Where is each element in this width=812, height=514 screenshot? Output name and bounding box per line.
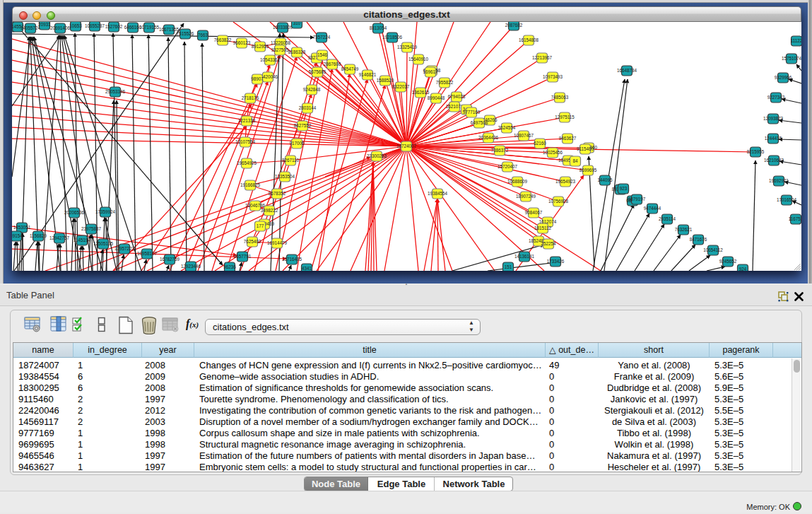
svg-text:1588520: 1588520 <box>377 78 394 83</box>
svg-text:19654925: 19654925 <box>237 160 257 165</box>
svg-text:10025456: 10025456 <box>543 150 563 155</box>
svg-text:10653: 10653 <box>69 23 82 28</box>
svg-text:4341: 4341 <box>302 266 312 271</box>
svg-text:9115460: 9115460 <box>577 146 594 151</box>
svg-text:7955822: 7955822 <box>436 80 454 85</box>
svg-text:19166825: 19166825 <box>240 182 261 187</box>
svg-text:1362615: 1362615 <box>412 90 430 95</box>
svg-text:10688609: 10688609 <box>507 179 528 184</box>
svg-text:2087682: 2087682 <box>505 23 523 28</box>
svg-text:1546: 1546 <box>317 52 328 57</box>
svg-text:6879197: 6879197 <box>628 197 646 201</box>
svg-text:8678352: 8678352 <box>269 191 286 196</box>
svg-text:310: 310 <box>293 22 301 25</box>
svg-text:10046786: 10046786 <box>245 203 266 208</box>
svg-text:17359924: 17359924 <box>95 209 116 214</box>
svg-text:20206536: 20206536 <box>64 210 85 215</box>
svg-text:9227343: 9227343 <box>767 95 785 100</box>
svg-text:9084067: 9084067 <box>525 210 543 215</box>
svg-text:12093873: 12093873 <box>763 116 784 121</box>
svg-text:9245652: 9245652 <box>719 259 737 264</box>
svg-text:177: 177 <box>257 223 264 228</box>
svg-text:9657791: 9657791 <box>234 254 252 259</box>
svg-text:2803144: 2803144 <box>299 105 317 110</box>
svg-text:8454749: 8454749 <box>341 66 359 71</box>
svg-text:1453051: 1453051 <box>13 225 31 230</box>
svg-text:23300283: 23300283 <box>367 153 387 158</box>
svg-text:252254: 252254 <box>541 241 556 246</box>
svg-text:14055724: 14055724 <box>20 25 41 30</box>
svg-text:7625402: 7625402 <box>244 239 261 244</box>
svg-text:16782759: 16782759 <box>160 257 180 262</box>
svg-text:6497508: 6497508 <box>471 120 488 125</box>
svg-text:14136141: 14136141 <box>514 254 535 259</box>
svg-text:8699695: 8699695 <box>579 168 597 173</box>
svg-text:96236: 96236 <box>223 264 236 269</box>
svg-text:15640910: 15640910 <box>408 57 429 62</box>
svg-text:5675685: 5675685 <box>309 69 326 74</box>
svg-text:16033809: 16033809 <box>273 25 293 30</box>
svg-text:7632621: 7632621 <box>675 227 693 232</box>
svg-text:10807467: 10807467 <box>514 133 534 138</box>
svg-text:9463627: 9463627 <box>559 136 577 141</box>
svg-text:10543362: 10543362 <box>260 57 281 62</box>
svg-text:924: 924 <box>739 267 747 271</box>
svg-text:29053346: 29053346 <box>105 89 126 94</box>
svg-text:8471676: 8471676 <box>690 237 707 242</box>
svg-text:8267110: 8267110 <box>282 158 300 163</box>
svg-text:20364436: 20364436 <box>478 135 499 140</box>
svg-text:8215955: 8215955 <box>747 149 765 154</box>
svg-text:169617: 169617 <box>423 69 438 74</box>
svg-text:1733426: 1733426 <box>547 259 565 264</box>
svg-text:8990448: 8990448 <box>428 95 445 100</box>
svg-text:10973493: 10973493 <box>543 74 563 79</box>
svg-text:7485063: 7485063 <box>551 95 569 100</box>
svg-text:2867608: 2867608 <box>324 62 341 66</box>
svg-text:8186328: 8186328 <box>288 49 306 54</box>
svg-text:12942757: 12942757 <box>49 235 70 240</box>
svg-text:1244415: 1244415 <box>765 136 782 141</box>
svg-text:13353504: 13353504 <box>275 174 295 179</box>
svg-text:9146821: 9146821 <box>359 72 377 77</box>
svg-text:12213967: 12213967 <box>532 55 553 60</box>
svg-text:15751074: 15751074 <box>782 56 801 61</box>
svg-text:917006: 917006 <box>289 141 305 146</box>
svg-text:9327505: 9327505 <box>271 47 289 52</box>
svg-text:12923446: 12923446 <box>181 264 201 269</box>
svg-text:15720407: 15720407 <box>498 164 518 169</box>
svg-text:9474444: 9474444 <box>644 206 661 211</box>
svg-text:9242848: 9242848 <box>303 87 321 92</box>
svg-text:7515526: 7515526 <box>177 31 194 36</box>
svg-text:84: 84 <box>572 158 578 163</box>
svg-text:13226058: 13226058 <box>271 40 291 45</box>
svg-text:2935114: 2935114 <box>659 216 676 221</box>
svg-text:10655287: 10655287 <box>85 23 105 28</box>
svg-text:144095: 144095 <box>597 177 613 182</box>
svg-text:151: 151 <box>505 264 512 269</box>
svg-text:1145194: 1145194 <box>73 238 91 243</box>
svg-text:10756928: 10756928 <box>548 199 569 204</box>
svg-text:1221338: 1221338 <box>238 118 256 123</box>
svg-text:923: 923 <box>620 186 628 191</box>
svg-text:16648784: 16648784 <box>617 68 637 73</box>
svg-text:19654923: 19654923 <box>555 179 576 184</box>
svg-text:19384554: 19384554 <box>428 191 448 196</box>
svg-text:8427552: 8427552 <box>294 123 312 128</box>
svg-text:1156829: 1156829 <box>30 233 47 238</box>
svg-text:9329966: 9329966 <box>775 75 792 80</box>
svg-text:8813054: 8813054 <box>370 25 387 30</box>
svg-text:10107554: 10107554 <box>235 139 256 144</box>
svg-text:18724007: 18724007 <box>396 144 417 148</box>
svg-text:7663822: 7663822 <box>214 37 232 42</box>
svg-text:17016504: 17016504 <box>777 197 797 202</box>
svg-text:15716485: 15716485 <box>282 257 302 262</box>
svg-text:12975115: 12975115 <box>555 115 575 119</box>
svg-text:19692971: 19692971 <box>769 178 789 183</box>
svg-text:9660123: 9660123 <box>233 40 251 45</box>
svg-text:98907: 98907 <box>251 76 264 81</box>
svg-text:7357224: 7357224 <box>313 35 331 40</box>
svg-text:2718176: 2718176 <box>242 95 259 100</box>
svg-text:10958107: 10958107 <box>137 251 158 256</box>
svg-text:13325419: 13325419 <box>397 45 418 49</box>
svg-text:16210643: 16210643 <box>764 158 784 163</box>
